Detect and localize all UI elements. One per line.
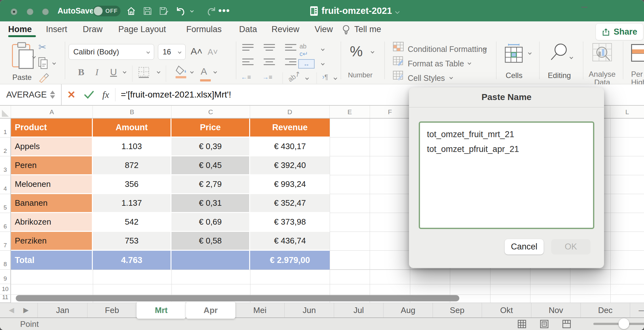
name-box[interactable]: AVERAGE xyxy=(0,84,62,105)
cell-b7[interactable]: 753 xyxy=(93,232,171,251)
editing-icon[interactable] xyxy=(548,42,570,64)
tab-page-layout[interactable]: Page Layout xyxy=(118,21,166,37)
analyse-data-label-1[interactable]: Analyse xyxy=(586,70,619,79)
align-middle-icon[interactable] xyxy=(264,44,275,51)
cell-a7[interactable]: Perziken xyxy=(11,232,93,251)
cancel-entry-icon[interactable]: ✕ xyxy=(62,84,81,105)
cell-b3[interactable]: 872 xyxy=(93,156,171,175)
sheet-tab-aug[interactable]: Aug xyxy=(384,303,433,317)
borders-icon[interactable] xyxy=(137,66,150,79)
row-header-10[interactable]: 10 xyxy=(0,284,11,294)
editing-group-label[interactable]: Editing xyxy=(544,71,575,80)
sheet-tab-apr[interactable]: Apr xyxy=(186,302,235,319)
next-sheet-icon[interactable]: ▶ xyxy=(23,303,29,317)
col-header-a[interactable]: A xyxy=(11,106,93,118)
cell-b6[interactable]: 542 xyxy=(93,213,171,232)
orientation-chevron-icon[interactable] xyxy=(305,76,309,80)
stepper-up-icon[interactable] xyxy=(50,91,55,94)
conditional-formatting-button[interactable]: Conditional Formatting xyxy=(408,45,487,54)
increase-indent-icon[interactable]: →≡ xyxy=(262,74,272,81)
select-all-corner[interactable] xyxy=(0,106,11,118)
truncated-group-icon[interactable] xyxy=(631,44,644,62)
undo-icon[interactable] xyxy=(175,6,186,16)
row-header-5[interactable]: 5 xyxy=(0,194,11,213)
sheet-tab-nov[interactable]: Nov xyxy=(531,303,581,317)
redo-icon[interactable] xyxy=(206,6,217,16)
cell-a4[interactable]: Meloenen xyxy=(11,175,93,194)
zoom-out-icon[interactable]: – xyxy=(581,0,587,12)
text-direction-icon[interactable]: ›¶ xyxy=(322,73,328,81)
cell-c6[interactable]: € 0,69 xyxy=(171,213,250,232)
sheet-tab-feb[interactable]: Feb xyxy=(87,303,137,317)
format-as-table-icon[interactable] xyxy=(393,56,404,66)
sheet-tab-dec[interactable]: Dec xyxy=(581,303,630,317)
paste-button-icon[interactable] xyxy=(12,44,30,67)
align-right-icon[interactable] xyxy=(285,59,296,65)
align-bottom-icon[interactable] xyxy=(285,44,296,51)
editing-chevron-icon[interactable] xyxy=(569,55,573,59)
tab-data[interactable]: Data xyxy=(239,21,257,37)
underline-chevron-icon[interactable] xyxy=(123,70,126,73)
conditional-formatting-icon[interactable] xyxy=(393,42,404,52)
cell-b4[interactable]: 356 xyxy=(93,175,171,194)
wrap-text-chevron-icon[interactable] xyxy=(321,47,324,51)
cell-a3[interactable]: Peren xyxy=(11,156,93,175)
borders-chevron-icon[interactable] xyxy=(157,70,160,73)
cell-b2[interactable]: 1.103 xyxy=(93,137,171,156)
ok-button[interactable]: OK xyxy=(551,239,591,254)
sheet-tab-jun[interactable]: Jun xyxy=(285,303,334,317)
tab-insert[interactable]: Insert xyxy=(46,21,67,37)
fill-color-icon[interactable] xyxy=(175,65,188,76)
cell-d6[interactable]: € 373,98 xyxy=(250,213,330,232)
font-name-select[interactable]: Calibri (Body) xyxy=(69,44,154,60)
document-title[interactable]: fruit-omzet-2021 xyxy=(322,0,392,21)
cell-styles-icon[interactable] xyxy=(393,70,404,81)
document-title-chevron-icon[interactable] xyxy=(395,9,400,14)
normal-view-icon[interactable] xyxy=(518,320,526,328)
col-header-c[interactable]: C xyxy=(171,106,250,118)
row-header-4[interactable]: 4 xyxy=(0,175,11,194)
number-format-chevron-icon[interactable] xyxy=(371,50,374,53)
insert-function-icon[interactable]: fx xyxy=(98,84,114,105)
close-window-button[interactable] xyxy=(11,8,17,15)
name-list-item[interactable]: tot_omzet_fruit_mrt_21 xyxy=(420,127,593,142)
cell-c1[interactable]: Price xyxy=(171,119,250,137)
cell-a8[interactable]: Total xyxy=(11,251,93,270)
col-header-b[interactable]: B xyxy=(93,106,171,118)
orientation-icon[interactable]: ab↗ xyxy=(286,69,302,84)
formula-input[interactable]: ='[fruit-omzet-2021.xlsx]Mrt'! xyxy=(121,84,231,105)
row-header-1[interactable]: 1 xyxy=(0,119,11,137)
decrease-indent-icon[interactable]: ←≡ xyxy=(241,74,251,81)
cell-b5[interactable]: 1.137 xyxy=(93,194,171,213)
cell-b1[interactable]: Amount xyxy=(93,119,171,137)
row-header-11[interactable]: 11 xyxy=(0,294,11,303)
sheet-tab-mrt[interactable]: Mrt xyxy=(137,302,186,319)
copy-icon[interactable] xyxy=(38,57,49,70)
decrease-font-icon[interactable]: A˅ xyxy=(208,47,218,57)
format-painter-icon[interactable] xyxy=(38,72,50,83)
sheet-tab-sep[interactable]: Sep xyxy=(433,303,482,317)
row-header-3[interactable]: 3 xyxy=(0,156,11,175)
col-header-l[interactable]: L xyxy=(610,106,644,118)
horizontal-scrollbar[interactable] xyxy=(16,295,459,301)
save-icon[interactable] xyxy=(142,6,153,16)
format-as-table-button[interactable]: Format as Table xyxy=(408,59,464,68)
home-icon[interactable] xyxy=(126,6,137,16)
cancel-button[interactable]: Cancel xyxy=(505,239,544,254)
col-header-e[interactable]: E xyxy=(330,106,370,118)
row-header-6[interactable]: 6 xyxy=(0,213,11,232)
cells-chevron-icon[interactable] xyxy=(528,51,531,54)
italic-button[interactable]: I xyxy=(95,67,98,77)
increase-font-icon[interactable]: A˄ xyxy=(191,46,203,57)
cell-c3[interactable]: € 0,45 xyxy=(171,156,250,175)
text-direction-chevron-icon[interactable] xyxy=(333,76,337,80)
name-box-stepper[interactable] xyxy=(47,87,58,102)
cell-styles-button[interactable]: Cell Styles xyxy=(408,74,445,83)
tab-view[interactable]: View xyxy=(315,21,333,37)
sheet-tab-mei[interactable]: Mei xyxy=(235,303,285,317)
font-size-select[interactable]: 16 xyxy=(158,44,186,60)
prev-sheet-icon[interactable]: ◀ xyxy=(9,303,14,317)
cell-c4[interactable]: € 2,79 xyxy=(171,175,250,194)
underline-button[interactable]: U xyxy=(110,67,117,77)
merge-chevron-icon[interactable] xyxy=(321,62,324,65)
